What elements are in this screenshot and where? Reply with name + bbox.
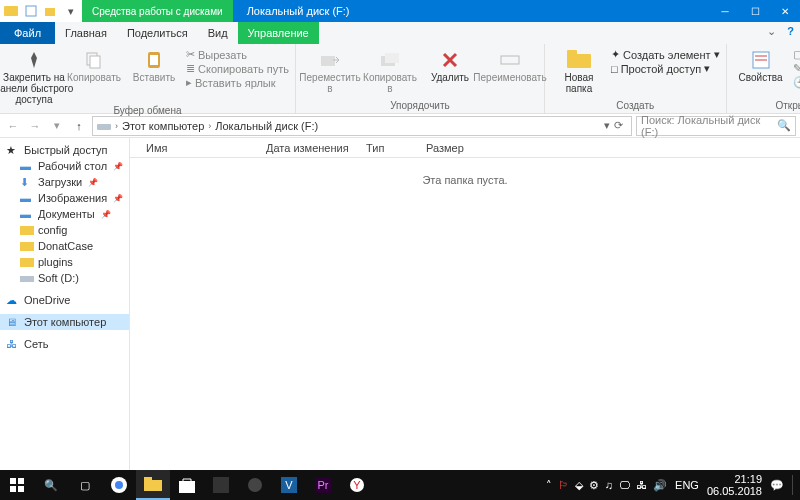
open-button[interactable]: ▢Открыть▾ xyxy=(793,48,800,61)
tree-plugins[interactable]: plugins xyxy=(0,254,129,270)
tray-icon[interactable]: ⚙ xyxy=(589,479,599,492)
history-button[interactable]: 🕘Журнал xyxy=(793,76,800,89)
recent-dropdown[interactable]: ▾ xyxy=(48,117,66,135)
titlebar: ▾ Средства работы с дисками Локальный ди… xyxy=(0,0,800,22)
tray-icon[interactable]: ♫ xyxy=(605,479,613,491)
close-button[interactable]: ✕ xyxy=(770,0,800,22)
task-view-button[interactable]: ▢ xyxy=(68,470,102,500)
tree-pictures[interactable]: ▬Изображения📌 xyxy=(0,190,129,206)
tree-desktop[interactable]: ▬Рабочий стол📌 xyxy=(0,158,129,174)
language-indicator[interactable]: ENG xyxy=(675,479,699,491)
tray-network-icon[interactable]: 🖧 xyxy=(636,479,647,491)
ribbon-group-create: Новая папка ✦Создать элемент▾ □Простой д… xyxy=(545,44,727,113)
ribbon-collapse-icon[interactable]: ⌄ xyxy=(767,25,776,38)
path-icon: ≣ xyxy=(186,62,195,75)
tree-network[interactable]: 🖧Сеть xyxy=(0,336,129,352)
svg-rect-14 xyxy=(97,124,111,130)
menu-view[interactable]: Вид xyxy=(198,22,238,44)
folder-icon xyxy=(565,48,593,72)
delete-button[interactable]: Удалить xyxy=(422,46,478,83)
taskbar-app1[interactable] xyxy=(204,470,238,500)
titlebar-drag-area[interactable] xyxy=(364,0,710,22)
tree-quick-access[interactable]: ★Быстрый доступ xyxy=(0,142,129,158)
tray-icon[interactable]: 🖵 xyxy=(619,479,630,491)
taskbar-chrome[interactable] xyxy=(102,470,136,500)
copy-to-button[interactable]: Копировать в xyxy=(362,46,418,94)
tree-downloads[interactable]: ⬇Загрузки📌 xyxy=(0,174,129,190)
copy-to-icon xyxy=(376,48,404,72)
taskbar-app3[interactable]: V xyxy=(272,470,306,500)
minimize-button[interactable]: ─ xyxy=(710,0,740,22)
taskbar-app2[interactable] xyxy=(238,470,272,500)
new-item-button[interactable]: ✦Создать элемент▾ xyxy=(611,48,720,61)
navigation-pane: ★Быстрый доступ ▬Рабочий стол📌 ⬇Загрузки… xyxy=(0,138,130,478)
properties-button[interactable]: Свойства xyxy=(733,46,789,83)
show-desktop-button[interactable] xyxy=(792,475,796,495)
menu-file[interactable]: Файл xyxy=(0,22,55,44)
menu-share[interactable]: Поделиться xyxy=(117,22,198,44)
qat-dropdown-icon[interactable]: ▾ xyxy=(64,4,78,18)
address-input[interactable]: › Этот компьютер › Локальный диск (F:) ▾… xyxy=(92,116,632,136)
search-input[interactable]: Поиск: Локальный диск (F:) 🔍 xyxy=(636,116,796,136)
maximize-button[interactable]: ☐ xyxy=(740,0,770,22)
breadcrumb-local-disk[interactable]: Локальный диск (F:) xyxy=(215,120,318,132)
taskbar-premiere[interactable]: Pr xyxy=(306,470,340,500)
window-controls: ─ ☐ ✕ xyxy=(710,0,800,22)
search-button[interactable]: 🔍 xyxy=(34,470,68,500)
edit-button[interactable]: ✎Изменить xyxy=(793,62,800,75)
rename-button[interactable]: Переименовать xyxy=(482,46,538,83)
up-button[interactable]: ↑ xyxy=(70,117,88,135)
col-name[interactable]: Имя xyxy=(138,142,258,154)
move-to-button[interactable]: Переместить в xyxy=(302,46,358,94)
addr-dropdown-icon[interactable]: ▾ xyxy=(604,119,610,132)
col-type[interactable]: Тип xyxy=(358,142,418,154)
tree-soft[interactable]: Soft (D:) xyxy=(0,270,129,286)
copy-button[interactable]: Копировать xyxy=(66,46,122,83)
tray-icon[interactable]: 🏳 xyxy=(558,479,569,491)
paste-shortcut-button[interactable]: ▸Вставить ярлык xyxy=(186,76,289,89)
system-tray[interactable]: ˄ 🏳 ⬙ ⚙ ♫ 🖵 🖧 🔊 xyxy=(546,479,667,492)
menu-home[interactable]: Главная xyxy=(55,22,117,44)
pin-button[interactable]: Закрепить на панели быстрого доступа xyxy=(6,46,62,105)
delete-icon xyxy=(436,48,464,72)
svg-rect-15 xyxy=(20,226,34,235)
start-button[interactable] xyxy=(0,470,34,500)
tree-documents[interactable]: ▬Документы📌 xyxy=(0,206,129,222)
col-date[interactable]: Дата изменения xyxy=(258,142,358,154)
svg-rect-7 xyxy=(321,56,335,66)
taskbar-clock[interactable]: 21:19 06.05.2018 xyxy=(707,473,762,497)
notifications-button[interactable]: 💬 xyxy=(770,479,784,492)
tray-icon[interactable]: ⬙ xyxy=(575,479,583,492)
qat-new-folder-icon[interactable] xyxy=(44,4,58,18)
col-size[interactable]: Размер xyxy=(418,142,478,154)
back-button[interactable]: ← xyxy=(4,117,22,135)
taskbar-explorer[interactable] xyxy=(136,470,170,500)
paste-button[interactable]: Вставить xyxy=(126,46,182,83)
ribbon: Закрепить на панели быстрого доступа Коп… xyxy=(0,44,800,114)
cut-button[interactable]: ✂Вырезать xyxy=(186,48,289,61)
tree-this-pc[interactable]: 🖥Этот компьютер xyxy=(0,314,129,330)
tree-donatcase[interactable]: DonatCase xyxy=(0,238,129,254)
easy-access-button[interactable]: □Простой доступ▾ xyxy=(611,62,720,75)
refresh-icon[interactable]: ⟳ xyxy=(614,119,623,132)
svg-rect-4 xyxy=(90,56,100,68)
help-icon[interactable]: ? xyxy=(787,25,794,37)
taskbar-store[interactable] xyxy=(170,470,204,500)
forward-button[interactable]: → xyxy=(26,117,44,135)
tree-config[interactable]: config xyxy=(0,222,129,238)
pictures-icon: ▬ xyxy=(20,192,34,204)
tray-up-icon[interactable]: ˄ xyxy=(546,479,552,492)
cloud-icon: ☁ xyxy=(6,294,20,306)
copy-path-button[interactable]: ≣Скопировать путь xyxy=(186,62,289,75)
qat-properties-icon[interactable] xyxy=(24,4,38,18)
svg-rect-1 xyxy=(26,6,36,16)
tree-onedrive[interactable]: ☁OneDrive xyxy=(0,292,129,308)
tray-volume-icon[interactable]: 🔊 xyxy=(653,479,667,492)
taskbar-yandex[interactable]: Y xyxy=(340,470,374,500)
menu-manage[interactable]: Управление xyxy=(238,22,319,44)
scissors-icon: ✂ xyxy=(186,48,195,61)
breadcrumb-this-pc[interactable]: Этот компьютер xyxy=(122,120,204,132)
ribbon-group-open: Свойства ▢Открыть▾ ✎Изменить 🕘Журнал Отк… xyxy=(727,44,800,113)
new-folder-button[interactable]: Новая папка xyxy=(551,46,607,94)
empty-folder-message: Эта папка пуста. xyxy=(130,158,800,478)
